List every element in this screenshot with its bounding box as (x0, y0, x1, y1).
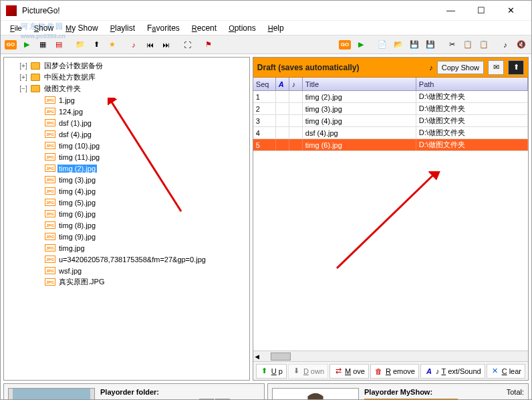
toolbar-new-icon[interactable]: 📄 (375, 37, 390, 52)
up-arrow-button[interactable]: ⬆ (508, 60, 524, 75)
thumbnail-right (272, 388, 359, 400)
remove-button[interactable]: 🗑Remove (370, 364, 419, 379)
menu-help[interactable]: Help (263, 22, 289, 34)
menu-file[interactable]: File (5, 22, 27, 34)
tree-folder[interactable]: [+]国梦会计数据备份 (5, 60, 248, 72)
menu-recent[interactable]: Recent (186, 22, 222, 34)
toolbar-folder-icon[interactable]: 📁 (73, 37, 88, 52)
minimize-button[interactable]: — (436, 1, 466, 20)
tree-file[interactable]: JPGtimg (11).jpg (5, 151, 248, 163)
toolbar-flag-icon[interactable]: ⚑ (201, 37, 216, 52)
toolbar-paste-icon[interactable]: 📋 (477, 37, 491, 52)
svg-rect-2 (13, 389, 90, 400)
text-sound-button[interactable]: A♪Text/Sound (420, 364, 485, 379)
tree-folder[interactable]: [−]做图文件夹 (5, 83, 248, 94)
music-note-icon: ♪ (429, 64, 433, 72)
maximize-button[interactable]: ☐ (466, 1, 496, 20)
col-seq[interactable]: Seq (253, 78, 276, 90)
toolbar-list-icon[interactable]: ▤ (51, 37, 66, 52)
grid-row[interactable]: 5timg (6).jpgD:\做图文件夹 (253, 139, 528, 151)
tree-file[interactable]: JPGtimg (3).jpg (5, 174, 248, 185)
grid-row[interactable]: 3timg (4).jpgD:\做图文件夹 (253, 115, 528, 127)
total-label: Total: (507, 388, 524, 396)
preview-right-panel: Playorder MyShow: Total: MyShow list▾ 5 … (267, 383, 529, 400)
col-a[interactable]: A (276, 78, 289, 90)
close-button[interactable]: ✕ (496, 1, 526, 20)
toolbar-up-icon[interactable]: ⬆ (89, 37, 104, 52)
show-panel: Draft (saves automatically) ♪ Copy Show … (253, 57, 529, 381)
copy-show-button[interactable]: Copy Show (437, 61, 484, 74)
down-button[interactable]: ⬇Down (288, 364, 328, 379)
playorder-myshow-label: Playorder MyShow: (364, 388, 432, 396)
toolbar-maximize-icon[interactable]: ⛶ (180, 37, 194, 52)
window-title: PictureGo! (22, 6, 436, 15)
tree-file[interactable]: JPGtimg (10).jpg (5, 140, 248, 151)
toolbar-cut-icon[interactable]: ✂ (444, 37, 459, 52)
folder-tree[interactable]: [+]国梦会计数据备份[+]中医处方数据库[−]做图文件夹JPG1.jpgJPG… (4, 58, 249, 380)
tree-file[interactable]: JPGdsf (4).jpg (5, 128, 248, 140)
col-note[interactable]: ♪ (289, 78, 303, 90)
tree-file[interactable]: JPGtimg (6).jpg (5, 208, 248, 219)
tree-file[interactable]: JPGtimg (2).jpg (5, 163, 248, 174)
toolbar-playlist-icon[interactable]: ♪ (126, 37, 141, 52)
actions-bar: ⬆Up ⬇Down ⇄Move 🗑Remove A♪Text/Sound ✕Cl… (253, 361, 528, 380)
tree-file[interactable]: JPG1.jpg (5, 94, 248, 106)
go-button-1[interactable]: GO (3, 37, 18, 52)
toolbar-saveas-icon[interactable]: 💾 (423, 37, 438, 52)
toolbar-grid-icon[interactable]: ▦ (35, 37, 50, 52)
tree-file[interactable]: JPGtimg (4).jpg (5, 185, 248, 197)
tree-file[interactable]: JPG124.jpg (5, 106, 248, 117)
tree-folder[interactable]: [+]中医处方数据库 (5, 72, 248, 83)
tree-file[interactable]: JPGwsf.jpg (5, 265, 248, 276)
menu-favorites[interactable]: Favorites (142, 22, 185, 34)
grid-row[interactable]: 4dsf (4).jpgD:\做图文件夹 (253, 127, 528, 139)
menu-show[interactable]: Show (29, 22, 59, 34)
draft-grid: Seq A ♪ Title Path 1timg (2).jpgD:\做图文件夹… (253, 78, 528, 361)
grid-header: Seq A ♪ Title Path (253, 78, 528, 91)
menu-myshow[interactable]: My Show (60, 22, 104, 34)
tree-file[interactable]: JPGu=3420620578,738175358&fm=27&gp=0.jpg (5, 254, 248, 265)
menu-options[interactable]: Options (223, 22, 261, 34)
toolbar-star-icon[interactable]: ★ (105, 37, 120, 52)
tree-file[interactable]: JPGtimg (5).jpg (5, 197, 248, 208)
toolbar-play2-icon[interactable]: ▶ (354, 37, 368, 52)
toolbar-prev-icon[interactable]: ⏮ (142, 37, 157, 52)
app-icon (6, 5, 17, 16)
menubar: 河东软件园www.pc0359.cn File Show My Show Pla… (1, 21, 531, 35)
up-button[interactable]: ⬆Up (256, 364, 287, 379)
grid-row[interactable]: 1timg (2).jpgD:\做图文件夹 (253, 91, 528, 103)
tree-file[interactable]: JPGtimg.jpg (5, 242, 248, 254)
tree-file[interactable]: JPG真实原图.JPG (5, 276, 248, 288)
tree-file[interactable]: JPGtimg (8).jpg (5, 219, 248, 231)
draft-title: Draft (saves automatically) (257, 63, 425, 72)
toolbar-save-icon[interactable]: 💾 (407, 37, 422, 52)
thumbnail-left (8, 388, 95, 400)
toolbar-play-icon[interactable]: ▶ (19, 37, 34, 52)
draft-header: Draft (saves automatically) ♪ Copy Show … (253, 58, 528, 78)
folder-tree-panel: [+]国梦会计数据备份[+]中医处方数据库[−]做图文件夹JPG1.jpgJPG… (3, 57, 250, 381)
toolbar-open-icon[interactable]: 📂 (391, 37, 406, 52)
toolbar-copy-icon[interactable]: 📋 (460, 37, 475, 52)
tree-file[interactable]: JPGtimg (9).jpg (5, 231, 248, 242)
clear-button[interactable]: ✕Clear (487, 364, 525, 379)
playorder-folder-label: Playorder folder: (100, 388, 260, 396)
tree-file[interactable]: JPGdsf (1).jpg (5, 117, 248, 128)
toolbar-music-icon[interactable]: ♪ (498, 37, 513, 52)
toolbar-next-icon[interactable]: ⏭ (158, 37, 173, 52)
col-path[interactable]: Path (416, 78, 528, 90)
move-button[interactable]: ⇄Move (329, 364, 369, 379)
toolbar-mute-icon[interactable]: 🔇 (514, 37, 529, 52)
titlebar: PictureGo! — ☐ ✕ (1, 1, 531, 21)
col-title[interactable]: Title (303, 78, 416, 90)
grid-row[interactable]: 2timg (3).jpgD:\做图文件夹 (253, 103, 528, 115)
go-button-2[interactable]: GO (338, 37, 352, 52)
preview-left-panel: Playorder folder: Date descending▾ 🎤 ✕ 5… (3, 383, 265, 400)
mail-button[interactable]: ✉ (488, 60, 504, 75)
grid-scrollbar[interactable]: ◄ (253, 351, 528, 361)
toolbar: GO ▶ ▦ ▤ 📁 ⬆ ★ ♪ ⏮ ⏭ ⛶ ⚑ GO ▶ 📄 📂 💾 💾 ✂ … (1, 35, 531, 54)
menu-playlist[interactable]: Playlist (105, 22, 140, 34)
